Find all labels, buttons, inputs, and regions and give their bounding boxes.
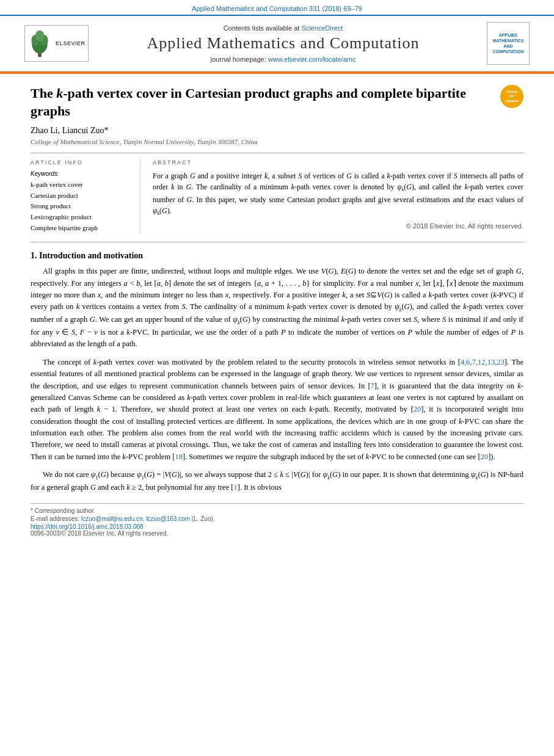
journal-citation: Applied Mathematics and Computation 331 … [192, 5, 362, 12]
copyright-line: © 2018 Elsevier Inc. All rights reserved… [153, 222, 523, 230]
keywords-list: k-path vertex cover Cartesian product St… [31, 180, 131, 233]
journal-logo-right: APPLIED MATHEMATICS AND COMPUTATION [487, 22, 530, 65]
issn-line: 0096-3003/© 2018 Elsevier Inc. All right… [31, 530, 523, 537]
body-para-2: The concept of k-path vertex cover was m… [31, 357, 523, 463]
authors: Zhao Li, Liancui Zuo* [31, 126, 523, 136]
keyword-5: Complete bipartite graph [31, 223, 131, 234]
section1-title: 1. Introduction and motivation [31, 251, 523, 261]
journal-title: Applied Mathematics and Computation [79, 34, 487, 53]
homepage-url[interactable]: www.elsevier.com/locate/amc [268, 56, 356, 63]
abstract-text: For a graph G and a positive integer k, … [153, 170, 523, 217]
top-bar: Applied Mathematics and Computation 331 … [0, 0, 554, 15]
article-info: ARTICLE INFO Keywords: k-path vertex cov… [31, 159, 140, 233]
main-content: Checkforupdates The k-path vertex cover … [0, 74, 554, 549]
svg-point-4 [35, 31, 45, 42]
keyword-4: Lexicographic product [31, 212, 131, 223]
contents-line: Contents lists available at ScienceDirec… [79, 24, 487, 32]
email2-link[interactable]: lczuo@163.com [146, 515, 190, 522]
elsevier-logo: ELSEVIER [24, 25, 79, 62]
email-footnote: E-mail addresses: lczuo@mailtjnu.edu.cn,… [31, 515, 523, 522]
article-body-header: ARTICLE INFO Keywords: k-path vertex cov… [31, 159, 523, 233]
footer-area: * Corresponding author. E-mail addresses… [31, 503, 523, 537]
journal-header-center: Contents lists available at ScienceDirec… [79, 24, 487, 63]
keyword-2: Cartesian product [31, 191, 131, 202]
abstract-section: ABSTRACT For a graph G and a positive in… [153, 159, 523, 233]
homepage-line: journal homepage: www.elsevier.com/locat… [79, 56, 487, 63]
keyword-1: k-path vertex cover [31, 180, 131, 191]
logo-box: ELSEVIER [24, 25, 89, 62]
check-updates-badge: Checkforupdates [500, 85, 523, 108]
keyword-3: Strong product [31, 201, 131, 212]
affiliation: College of Mathematical Science, Tianjin… [31, 138, 523, 145]
article-info-title: ARTICLE INFO [31, 159, 131, 165]
body-para-1: All graphs in this paper are finite, und… [31, 266, 523, 351]
journal-header: ELSEVIER Contents lists available at Sci… [0, 15, 554, 71]
sciencedirect-link[interactable]: ScienceDirect [301, 24, 343, 32]
email1-link[interactable]: lczuo@mailtjnu.edu.cn [81, 515, 143, 522]
paper-title: The k-path vertex cover in Cartesian pro… [31, 85, 523, 120]
body-para-3: We do not care ψ1(G) because ψ1(G) = |V(… [31, 469, 523, 493]
keywords-label: Keywords: [31, 170, 131, 177]
doi-link[interactable]: https://doi.org/10.1016/j.amc.2018.03.00… [31, 523, 523, 530]
elsevier-tree-icon [27, 28, 52, 59]
header-divider [31, 153, 523, 153]
section-divider [31, 242, 523, 242]
corresponding-author-note: * Corresponding author. [31, 507, 523, 514]
abstract-title: ABSTRACT [153, 159, 523, 165]
